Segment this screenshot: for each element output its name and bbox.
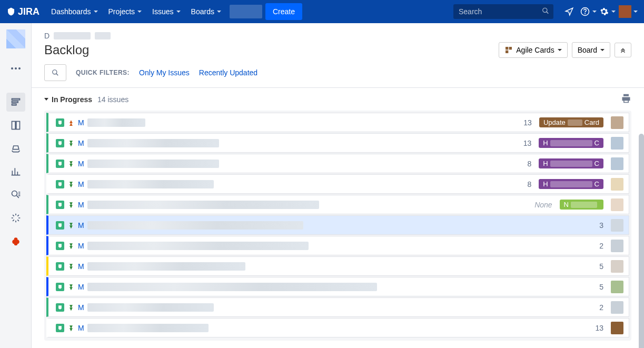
issue-key: M [78, 160, 84, 168]
assignee-avatar[interactable] [611, 219, 623, 232]
issue-summary-blur [87, 180, 214, 188]
nav-dashboards[interactable]: Dashboards [46, 0, 103, 23]
issue-key: M [78, 283, 84, 291]
caret-down-icon [137, 11, 142, 13]
board-dropdown-button[interactable]: Board [572, 42, 610, 58]
user-avatar[interactable] [619, 5, 631, 18]
issue-row[interactable]: ▼▼ M 2 [46, 297, 629, 317]
svg-point-0 [543, 8, 547, 12]
epic-badge[interactable]: HC [539, 138, 603, 148]
search-wrap [453, 4, 553, 19]
search-icon [542, 7, 549, 16]
story-points: 5 [588, 262, 603, 271]
help-icon[interactable] [580, 3, 597, 20]
left-rail [0, 23, 32, 348]
story-points: 2 [588, 242, 603, 250]
assignee-avatar[interactable] [611, 301, 623, 314]
issue-key: M [78, 180, 84, 188]
breadcrumb-blur [95, 32, 111, 39]
top-nav: JIRA Dashboards Projects Issues Boards C… [0, 0, 644, 23]
issue-row[interactable]: ▼▼ M 2 [46, 236, 629, 255]
assignee-avatar[interactable] [611, 198, 623, 211]
agile-cards-button[interactable]: Agile Cards [499, 42, 567, 58]
issue-type-icon [56, 139, 64, 147]
epic-badge[interactable]: UpdateCard [539, 117, 603, 127]
epic-badge[interactable]: HC [539, 179, 603, 189]
rail-search-issues-icon[interactable] [6, 185, 25, 204]
svg-point-16 [53, 70, 57, 74]
jira-logo[interactable]: JIRA [6, 6, 39, 17]
story-points: 13 [516, 118, 532, 127]
issue-type-icon [56, 303, 64, 312]
assignee-avatar[interactable] [611, 281, 623, 293]
nav-projects[interactable]: Projects [103, 0, 147, 23]
page-header: D Backlog Agile Cards Board QUICK FILTER… [32, 23, 644, 88]
settings-icon[interactable] [599, 3, 616, 20]
issue-row[interactable]: ▼▼ M 13 [46, 318, 629, 337]
issue-type-icon [56, 324, 64, 332]
rail-reports-icon[interactable] [6, 162, 25, 181]
rail-bug-icon[interactable] [6, 232, 25, 251]
issue-key: M [78, 139, 84, 147]
nav-issues[interactable]: Issues [147, 0, 185, 23]
assignee-avatar[interactable] [611, 157, 623, 170]
caret-down-icon [633, 11, 638, 13]
chevron-down-icon[interactable] [44, 98, 48, 101]
assignee-avatar[interactable] [611, 322, 623, 334]
assignee-avatar[interactable] [611, 240, 623, 252]
svg-rect-10 [12, 122, 15, 130]
rail-board-icon[interactable] [6, 116, 25, 135]
main-content: D Backlog Agile Cards Board QUICK FILTER… [32, 23, 644, 348]
rail-addon-icon[interactable] [6, 208, 25, 227]
issue-type-icon [56, 221, 64, 230]
epic-badge[interactable]: HC [539, 158, 603, 168]
create-button[interactable]: Create [265, 3, 302, 20]
epic-badge[interactable]: N [560, 200, 603, 210]
svg-line-1 [547, 12, 549, 14]
svg-rect-9 [12, 104, 16, 105]
issue-summary-blur [87, 160, 219, 168]
rail-more-icon[interactable] [6, 59, 25, 78]
issue-list: ▲▲ M 13 UpdateCard ▼▼ M 13 HC ▼▼ M 8 HC … [44, 111, 631, 341]
issue-row[interactable]: ▼▼ M 8 HC [46, 154, 629, 173]
issue-key: M [78, 303, 84, 312]
story-points: 13 [588, 324, 603, 332]
page-title: Backlog [44, 43, 494, 57]
issue-type-icon [56, 180, 64, 188]
nav-boards[interactable]: Boards [186, 0, 226, 23]
svg-rect-8 [12, 101, 18, 103]
assignee-avatar[interactable] [611, 260, 623, 273]
assignee-avatar[interactable] [611, 116, 623, 129]
svg-rect-11 [16, 122, 19, 130]
issue-row[interactable]: ▼▼ M 5 [46, 256, 629, 276]
issue-summary-blur [87, 324, 209, 332]
print-icon[interactable] [621, 93, 631, 105]
feedback-icon[interactable] [561, 3, 578, 20]
section-count: 14 issues [97, 95, 128, 104]
search-input[interactable] [453, 4, 553, 19]
svg-point-5 [15, 67, 17, 69]
nav-blurred-item[interactable] [230, 5, 262, 18]
issue-row[interactable]: ▼▼ M 5 [46, 277, 629, 296]
filter-only-my-issues[interactable]: Only My Issues [139, 68, 190, 77]
issue-row[interactable]: ▼▼ M None N [46, 195, 629, 214]
rail-ship-icon[interactable] [6, 139, 25, 158]
svg-rect-7 [12, 98, 19, 100]
rail-backlog-icon[interactable] [6, 93, 25, 112]
svg-point-3 [584, 13, 585, 14]
issue-row[interactable]: ▼▼ M 3 [46, 215, 629, 235]
project-avatar[interactable] [6, 29, 25, 48]
issue-type-icon [56, 242, 64, 250]
issue-row[interactable]: ▼▼ M 8 HC [46, 174, 629, 194]
issue-row[interactable]: ▼▼ M 13 HC [46, 133, 629, 153]
assignee-avatar[interactable] [611, 137, 623, 150]
scrollbar[interactable] [639, 134, 644, 348]
filter-search-button[interactable] [44, 64, 66, 81]
issue-row[interactable]: ▲▲ M 13 UpdateCard [46, 113, 629, 132]
issue-key: M [78, 201, 84, 209]
svg-point-4 [11, 67, 13, 69]
collapse-button[interactable] [615, 43, 631, 57]
filter-recently-updated[interactable]: Recently Updated [199, 68, 257, 77]
issue-summary-blur [87, 118, 145, 127]
assignee-avatar[interactable] [611, 178, 623, 191]
